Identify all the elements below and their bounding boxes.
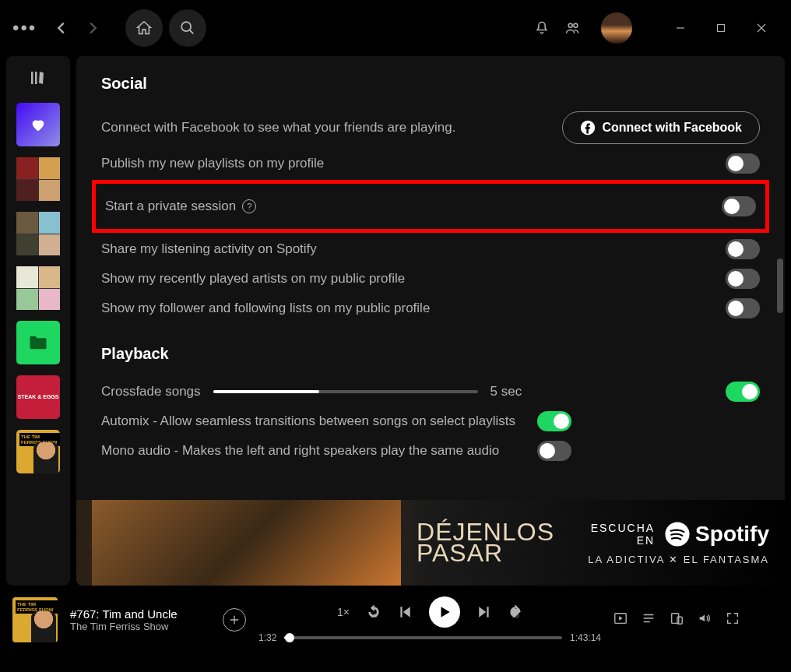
toggle-follower-lists[interactable]	[726, 298, 760, 318]
svg-point-0	[181, 22, 191, 31]
svg-rect-6	[31, 72, 33, 84]
row-publish-playlists: Publish my new playlists on my profile	[101, 149, 760, 178]
now-playing-info: #767: Tim and Uncle The Tim Ferriss Show	[70, 607, 210, 632]
forward-button[interactable]	[80, 16, 105, 40]
toggle-publish-playlists[interactable]	[726, 153, 760, 174]
add-to-playlist-button[interactable]	[223, 608, 246, 632]
row-crossfade: Crossfade songs 5 sec	[101, 377, 760, 406]
window-maximize[interactable]	[704, 12, 738, 44]
svg-line-1	[190, 30, 194, 34]
now-playing-thumbnail[interactable]: THE TIM FERRISS SHOW	[12, 597, 58, 642]
connect-facebook-button[interactable]: Connect with Facebook	[562, 111, 760, 144]
sidebar: STEAK & EGGS THE TIM FERRISS SHOW	[6, 56, 70, 586]
now-playing-title[interactable]: #767: Tim and Uncle	[70, 607, 210, 621]
connect-device-icon[interactable]	[670, 611, 684, 628]
next-track-button[interactable]	[477, 605, 491, 619]
svg-point-3	[574, 23, 578, 27]
titlebar: •••	[0, 0, 791, 56]
back-button[interactable]	[49, 16, 74, 40]
highlighted-setting: Start a private session ?	[92, 180, 769, 233]
volume-icon[interactable]	[698, 611, 712, 628]
spotify-icon	[664, 521, 691, 547]
library-icon[interactable]	[29, 69, 47, 87]
seek-bar[interactable]	[284, 636, 562, 639]
settings-panel: Social Connect with Facebook to see what…	[76, 56, 785, 586]
previous-track-button[interactable]	[398, 605, 412, 619]
toggle-recently-played[interactable]	[726, 269, 760, 289]
row-follower-lists: Show my follower and following lists on …	[101, 294, 760, 323]
now-playing-view-icon[interactable]	[613, 611, 628, 628]
sidebar-playlist-1[interactable]	[16, 157, 60, 201]
toggle-private-session[interactable]	[722, 196, 756, 216]
row-recently-played: Show my recently played artists on my pu…	[101, 264, 760, 294]
queue-icon[interactable]	[642, 611, 656, 628]
sidebar-folder[interactable]	[16, 321, 60, 364]
crossfade-slider[interactable]	[213, 390, 478, 393]
home-button[interactable]	[125, 9, 163, 47]
row-automix: Automix - Allow seamless transitions bet…	[101, 406, 760, 436]
sidebar-playlist-3[interactable]	[16, 266, 60, 310]
row-facebook-connect: Connect with Facebook to see what your f…	[101, 107, 760, 149]
facebook-icon	[580, 120, 596, 135]
player-bar: THE TIM FERRISS SHOW #767: Tim and Uncle…	[0, 586, 791, 654]
toggle-share-activity[interactable]	[726, 239, 760, 259]
row-mono-audio: Mono audio - Makes the left and right sp…	[101, 436, 760, 466]
row-private-session: Start a private session ?	[105, 192, 756, 221]
sidebar-podcast-tim[interactable]: THE TIM FERRISS SHOW	[16, 430, 60, 473]
window-minimize[interactable]	[663, 12, 698, 44]
help-icon[interactable]: ?	[242, 199, 256, 213]
now-playing-artist[interactable]: The Tim Ferriss Show	[70, 621, 210, 632]
skip-back-15-button[interactable]: 15	[367, 605, 381, 619]
ad-banner[interactable]: DÉJENLOS PASAR ESCUCHA EN Spotify LA ADI…	[76, 500, 785, 586]
friends-icon[interactable]	[561, 16, 585, 40]
sidebar-podcast-steak[interactable]: STEAK & EGGS	[16, 375, 60, 419]
ad-artwork	[92, 500, 401, 586]
playback-speed[interactable]: 1×	[337, 606, 350, 618]
skip-forward-15-button[interactable]: 15	[508, 605, 522, 619]
extra-controls	[613, 611, 740, 628]
elapsed-time: 1:32	[258, 632, 276, 643]
notifications-icon[interactable]	[529, 16, 554, 40]
toggle-crossfade[interactable]	[726, 382, 760, 402]
avatar[interactable]	[598, 9, 635, 47]
scrollbar[interactable]	[777, 259, 783, 313]
playback-controls: 1× 15 15 1:32 1	[258, 596, 601, 643]
total-time: 1:43:14	[570, 632, 601, 643]
section-title-playback: Playback	[101, 345, 760, 363]
toggle-automix[interactable]	[537, 411, 571, 431]
sidebar-liked-songs[interactable]	[16, 103, 60, 146]
section-title-social: Social	[101, 75, 760, 93]
svg-rect-7	[35, 72, 37, 84]
menu-dots[interactable]: •••	[12, 17, 37, 39]
toggle-mono-audio[interactable]	[537, 441, 571, 461]
search-button[interactable]	[169, 9, 206, 47]
play-button[interactable]	[429, 596, 460, 628]
window-close[interactable]	[744, 12, 779, 44]
fullscreen-icon[interactable]	[726, 611, 740, 628]
row-share-activity: Share my listening activity on Spotify	[101, 234, 760, 264]
sidebar-playlist-2[interactable]	[16, 212, 60, 255]
svg-point-2	[568, 23, 572, 27]
svg-rect-5	[718, 25, 725, 32]
